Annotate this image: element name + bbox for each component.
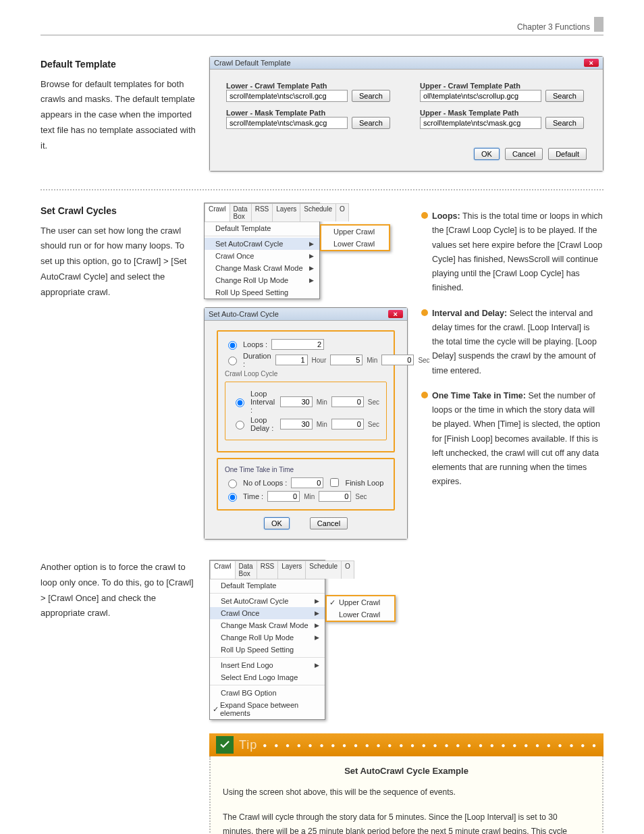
menu-item[interactable]: Insert End Logo▶ — [210, 659, 325, 671]
sec2-title: Set Crawl Cycles — [41, 203, 190, 219]
menu-tab[interactable]: Crawl — [210, 561, 236, 579]
menu-item[interactable]: Set AutoCrawl Cycle▶ — [210, 595, 325, 607]
tip-dots: ● ● ● ● ● ● ● ● ● ● ● ● ● ● ● ● ● ● ● ● … — [263, 741, 597, 749]
tip-p1: Using the screen shot above, this will b… — [223, 785, 590, 800]
sec1-title: Default Template — [41, 56, 196, 73]
dlg2-title: Set Auto-Crawl Cycle — [209, 310, 279, 318]
upper-crawl-path-input[interactable] — [420, 90, 541, 102]
lower-crawl-label: Lower - Crawl Template Path — [226, 82, 393, 90]
menu-item-crawl-once[interactable]: Crawl Once▶ — [210, 607, 325, 619]
loop-interval-sec[interactable] — [331, 396, 364, 407]
time-sec[interactable] — [319, 491, 351, 502]
no-of-loops-input[interactable] — [291, 477, 323, 488]
callout-dot-icon — [421, 392, 428, 398]
duration-sec[interactable] — [381, 355, 414, 365]
submenu-item-lower[interactable]: Lower Crawl — [327, 608, 394, 621]
lower-crawl-path-input[interactable] — [226, 90, 348, 102]
close-icon[interactable]: × — [584, 59, 599, 67]
cancel-button[interactable]: Cancel — [505, 148, 543, 160]
menu-item[interactable]: Select End Logo Image — [210, 671, 325, 683]
auto-crawl-cycle-dialog: Set Auto-Crawl Cycle × Loops : Duration … — [204, 307, 408, 540]
loops-input[interactable] — [271, 339, 324, 350]
section-divider — [41, 189, 603, 190]
callout-dot-icon — [421, 212, 428, 219]
menu-tab[interactable]: RSS — [257, 561, 279, 579]
sec1-body: Browse for default templates for both cr… — [41, 77, 196, 154]
loops-group: Loops : Duration : Hour Min Sec Crawl Lo… — [217, 330, 395, 452]
crawl-once-submenu: ✓Upper Crawl Lower Crawl — [325, 595, 396, 622]
menu-item[interactable]: Crawl Once▶ — [205, 250, 319, 262]
no-of-loops-radio[interactable] — [228, 479, 237, 488]
tip-title: Set AutoCrawl Cycle Example — [223, 766, 590, 776]
duration-min[interactable] — [330, 355, 363, 365]
cancel-button[interactable]: Cancel — [310, 517, 348, 529]
menu-item-set-autocrawl[interactable]: Set AutoCrawl Cycle▶ — [205, 238, 319, 250]
loop-interval-min[interactable] — [280, 396, 313, 407]
time-min[interactable] — [267, 491, 300, 502]
menu-tab[interactable]: RSS — [251, 203, 273, 221]
ok-button[interactable]: OK — [474, 148, 500, 160]
loop-delay-radio[interactable] — [236, 421, 244, 429]
one-time-label: One Time Take in Time — [225, 466, 387, 473]
submenu-item-upper[interactable]: Upper Crawl — [321, 226, 389, 238]
loops-radio[interactable] — [228, 341, 237, 350]
upper-crawl-label: Upper - Crawl Template Path — [420, 82, 587, 90]
tip-label: Tip — [239, 738, 257, 752]
menu-item[interactable]: Change Roll Up Mode▶ — [210, 631, 325, 644]
sec3-body: Another option is to force the crawl to … — [41, 560, 196, 621]
loop-interval-radio[interactable] — [236, 398, 244, 407]
crawl-submenu: Upper Crawl Lower Crawl — [320, 224, 390, 251]
duration-radio[interactable] — [228, 357, 237, 365]
search-button[interactable]: Search — [545, 90, 584, 102]
finish-loop-checkbox[interactable] — [330, 478, 339, 487]
duration-hour[interactable] — [275, 355, 308, 365]
submenu-item-upper[interactable]: ✓Upper Crawl — [327, 596, 394, 608]
search-button[interactable]: Search — [545, 117, 584, 129]
menu-tab[interactable]: Schedule — [305, 561, 342, 579]
menu-tab[interactable]: Layers — [272, 203, 300, 221]
menu-tab[interactable]: Data Box — [230, 203, 252, 221]
callout-loops: Loops: This is the total time or loops i… — [421, 209, 603, 296]
menu-tab[interactable]: Data Box — [235, 561, 257, 579]
crawl-loop-cycle-label: Crawl Loop Cycle — [225, 370, 387, 377]
menu-item[interactable]: Default Template — [210, 579, 325, 592]
one-time-group: One Time Take in Time No of Loops : Fini… — [217, 458, 395, 511]
callout-interval: Interval and Delay: Select the interval … — [421, 307, 603, 378]
menu-tab[interactable]: Layers — [277, 561, 306, 579]
upper-mask-label: Upper - Mask Template Path — [420, 109, 587, 117]
lower-mask-path-input[interactable] — [226, 117, 348, 129]
sec2-body: The user can set how long the crawl shou… — [41, 224, 190, 301]
default-template-dialog: Crawl Default Template × Lower - Crawl T… — [209, 56, 603, 172]
menu-item[interactable]: ✓Expand Space between elements — [210, 699, 325, 719]
loop-delay-sec[interactable] — [331, 419, 364, 429]
menu-tab[interactable]: Schedule — [300, 203, 336, 221]
menu-item[interactable]: Roll Up Speed Setting — [205, 286, 319, 298]
menu-item[interactable]: Roll Up Speed Setting — [210, 644, 325, 656]
dlg1-title: Crawl Default Template — [214, 59, 291, 67]
menu-item[interactable]: Default Template — [205, 222, 319, 234]
menu-tab[interactable]: O — [341, 561, 354, 579]
search-button[interactable]: Search — [352, 90, 390, 102]
callout-dot-icon — [421, 309, 428, 316]
menu-item[interactable]: Crawl BG Option — [210, 687, 325, 699]
menu-tab[interactable]: O — [336, 203, 349, 221]
time-radio[interactable] — [228, 493, 237, 502]
menu-item[interactable]: Change Mask Crawl Mode▶ — [205, 262, 319, 274]
menu-tab[interactable]: Crawl — [205, 203, 230, 221]
tip-banner: Tip ● ● ● ● ● ● ● ● ● ● ● ● ● ● ● ● ● ● … — [209, 733, 603, 756]
search-button[interactable]: Search — [352, 117, 390, 129]
callout-onetime: One Time Take in Time: Set the number of… — [421, 389, 603, 490]
close-icon[interactable]: × — [388, 310, 403, 318]
upper-mask-path-input[interactable] — [420, 117, 541, 129]
tip-p2: The Crawl will cycle through the story d… — [223, 810, 590, 834]
lower-mask-label: Lower - Mask Template Path — [226, 109, 393, 117]
tip-box: Set AutoCrawl Cycle Example Using the sc… — [209, 756, 603, 834]
chapter-label: Chapter 3 Functions — [41, 22, 590, 32]
menu-item[interactable]: Change Mask Crawl Mode▶ — [210, 619, 325, 631]
menu-item[interactable]: Change Roll Up Mode▶ — [205, 274, 319, 286]
ok-button[interactable]: OK — [264, 517, 290, 529]
default-button[interactable]: Default — [548, 148, 587, 160]
submenu-item-lower[interactable]: Lower Crawl — [321, 238, 389, 250]
loop-delay-min[interactable] — [280, 419, 313, 429]
tip-icon — [216, 736, 234, 754]
